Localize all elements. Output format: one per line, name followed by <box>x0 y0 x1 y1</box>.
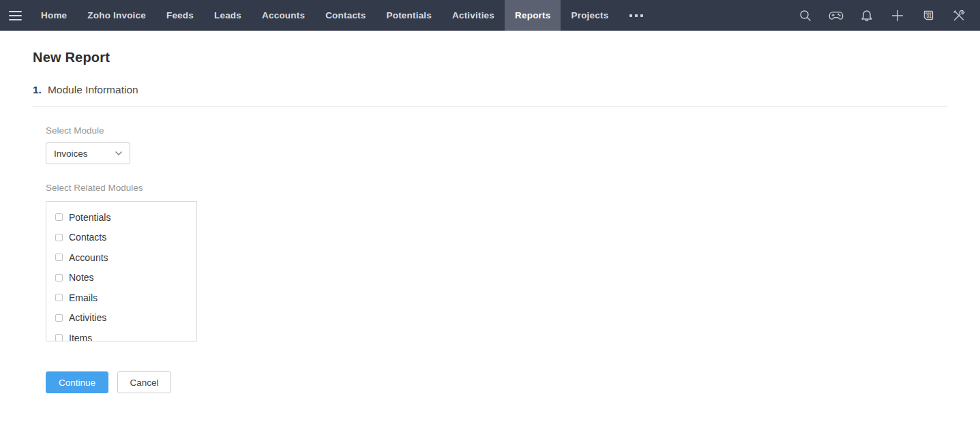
related-modules-listbox: Potentials Contacts Accounts Notes Email… <box>46 201 197 341</box>
module-dropdown-value: Invoices <box>54 149 88 159</box>
nav-item-zoho-invoice[interactable]: Zoho Invoice <box>77 0 156 31</box>
module-dropdown[interactable]: Invoices <box>46 142 130 164</box>
tools-icon[interactable] <box>951 8 966 23</box>
related-module-label: Notes <box>69 272 94 283</box>
top-navbar: Home Zoho Invoice Feeds Leads Accounts C… <box>0 0 980 31</box>
related-module-row-activities[interactable]: Activities <box>55 308 196 329</box>
search-icon[interactable] <box>798 8 813 23</box>
related-module-row-notes[interactable]: Notes <box>55 268 196 288</box>
checkbox[interactable] <box>55 294 63 301</box>
navbar-icon-group: 31 <box>798 0 980 31</box>
nav-item-accounts[interactable]: Accounts <box>252 0 315 31</box>
nav-item-leads[interactable]: Leads <box>204 0 252 31</box>
checkbox[interactable] <box>55 334 63 341</box>
related-module-label: Potentials <box>69 212 110 223</box>
related-module-label: Activities <box>69 312 106 323</box>
module-information-form: Select Module Invoices Select Related Mo… <box>46 125 947 393</box>
hamburger-icon[interactable] <box>9 0 22 31</box>
checkbox[interactable] <box>55 274 63 281</box>
calendar-icon[interactable]: 31 <box>921 8 936 23</box>
nav-item-feeds[interactable]: Feeds <box>156 0 204 31</box>
nav-item-reports[interactable]: Reports <box>505 0 561 31</box>
main-content: New Report 1. Module Information Select … <box>0 50 980 393</box>
section-number: 1. <box>33 84 42 96</box>
more-icon[interactable] <box>619 0 654 31</box>
checkbox[interactable] <box>55 213 63 221</box>
form-actions: Continue Cancel <box>46 371 947 393</box>
related-modules-label: Select Related Modules <box>46 183 947 193</box>
related-module-label: Contacts <box>69 232 106 243</box>
continue-button[interactable]: Continue <box>46 371 108 393</box>
section-header: 1. Module Information <box>33 84 947 96</box>
related-module-row-items[interactable]: Items <box>55 328 196 341</box>
cancel-button[interactable]: Cancel <box>117 371 171 393</box>
section-title: Module Information <box>48 84 138 96</box>
related-module-row-emails[interactable]: Emails <box>55 288 196 308</box>
related-module-label: Items <box>69 333 92 341</box>
related-module-label: Accounts <box>69 252 108 263</box>
checkbox[interactable] <box>55 314 63 322</box>
nav-items: Home Zoho Invoice Feeds Leads Accounts C… <box>31 0 654 31</box>
calendar-day-label: 31 <box>926 14 932 18</box>
nav-item-projects[interactable]: Projects <box>561 0 619 31</box>
nav-item-activities[interactable]: Activities <box>442 0 505 31</box>
related-module-row-potentials[interactable]: Potentials <box>55 207 196 228</box>
checkbox[interactable] <box>55 254 63 261</box>
nav-item-potentials[interactable]: Potentials <box>376 0 443 31</box>
related-module-label: Emails <box>69 292 98 303</box>
related-module-row-contacts[interactable]: Contacts <box>55 228 196 248</box>
plus-icon[interactable] <box>890 8 905 23</box>
nav-item-contacts[interactable]: Contacts <box>315 0 376 31</box>
checkbox[interactable] <box>55 234 63 241</box>
section-divider <box>33 106 947 107</box>
gamepad-icon[interactable] <box>829 8 844 23</box>
page-title: New Report <box>33 50 947 65</box>
chevron-down-icon <box>115 151 122 155</box>
related-module-row-accounts[interactable]: Accounts <box>55 247 196 268</box>
nav-item-home[interactable]: Home <box>31 0 77 31</box>
bell-icon[interactable] <box>859 8 874 23</box>
select-module-label: Select Module <box>46 125 947 136</box>
